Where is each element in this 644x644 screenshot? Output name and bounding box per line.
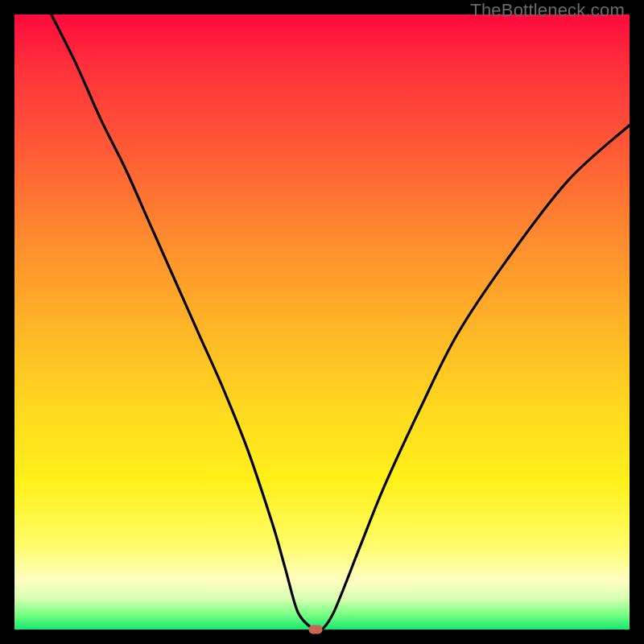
bottleneck-curve bbox=[14, 14, 630, 630]
optimal-marker bbox=[309, 625, 323, 634]
watermark-text: TheBottleneck.com bbox=[470, 0, 625, 21]
chart-frame bbox=[14, 14, 630, 630]
